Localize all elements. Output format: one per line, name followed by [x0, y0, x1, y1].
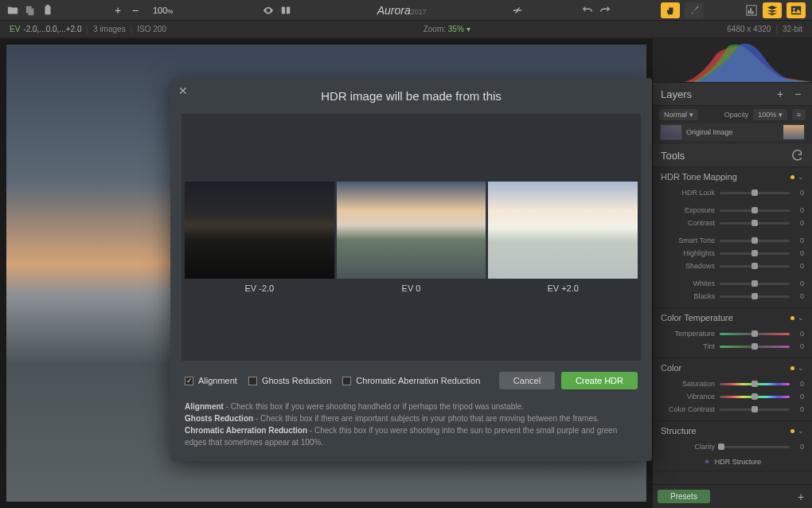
svg-rect-4 [750, 8, 751, 14]
app-title: Aurora2017 [377, 4, 427, 17]
files-icon[interactable] [24, 4, 37, 17]
preview-thumbnail[interactable] [185, 182, 334, 279]
layer-item[interactable]: Original Image [659, 123, 806, 141]
dimensions-info: 6480 x 4320 [727, 25, 771, 33]
layers-header: Layers + − [653, 83, 812, 106]
layers-title: Layers [661, 88, 692, 100]
preview-ev-plus2: EV +2.0 [488, 182, 638, 293]
color-group: Color ⌄ Saturation0 Vibrance0 Color Cont… [653, 358, 812, 421]
layers-toggle-button[interactable] [763, 2, 782, 18]
tools-title: Tools [661, 150, 685, 162]
histogram-toggle-icon[interactable] [745, 4, 758, 17]
ev-values: -2.0,...0.0,...+2.0 [23, 25, 81, 33]
modal-options: ✓Alignment Ghosts Reduction Chromatic Ab… [170, 361, 652, 401]
image-toggle-button[interactable] [787, 2, 806, 18]
chevron-down-icon[interactable]: ⌄ [798, 314, 804, 322]
group-header[interactable]: Color Temperature ⌄ [653, 308, 812, 327]
active-dot-icon [791, 316, 794, 320]
top-toolbar: + − 100% Aurora2017 [0, 0, 812, 21]
chevron-down-icon[interactable]: ⌄ [798, 427, 804, 435]
eye-icon[interactable] [262, 4, 275, 17]
active-dot-icon [791, 175, 794, 179]
structure-group: Structure ⌄ Clarity0 ☀ HDR Structure [653, 421, 812, 471]
group-header[interactable]: HDR Tone Mapping ⌄ [653, 167, 812, 186]
right-sidebar: Layers + − Normal ▾ Opacity 100% ▾ ≡ Ori… [653, 38, 812, 508]
tools-scroll[interactable]: HDR Tone Mapping ⌄ HDR Look0 Exposure0 C… [653, 167, 812, 484]
opacity-label: Opacity [724, 111, 749, 119]
opacity-dropdown[interactable]: 100% ▾ [753, 109, 787, 120]
zoom-level[interactable]: 100% [153, 6, 173, 15]
active-dot-icon [791, 366, 794, 370]
redo-icon[interactable] [599, 4, 611, 17]
svg-rect-0 [282, 6, 285, 14]
presets-button[interactable]: Presets [658, 490, 710, 503]
brush-tool-button[interactable] [685, 2, 704, 18]
slider-temperature[interactable]: Temperature0 [653, 327, 812, 340]
zoom-info[interactable]: Zoom: 35% ▾ [424, 25, 470, 33]
sun-icon: ☀ [704, 458, 710, 466]
presets-bar: Presets + [653, 484, 812, 508]
close-icon[interactable]: ✕ [178, 84, 188, 97]
slider-contrast[interactable]: Contrast0 [653, 217, 812, 229]
group-header[interactable]: Structure ⌄ [653, 421, 812, 440]
ghosts-checkbox[interactable]: Ghosts Reduction [248, 376, 331, 385]
svg-rect-3 [748, 10, 750, 14]
preview-thumbnail[interactable] [337, 182, 486, 279]
svg-rect-5 [752, 10, 754, 14]
layer-thumbnail [661, 125, 681, 139]
plus-icon[interactable]: + [111, 4, 124, 17]
slider-vibrance[interactable]: Vibrance0 [653, 390, 812, 403]
add-layer-icon[interactable]: + [774, 88, 787, 100]
layer-menu-icon[interactable]: ≡ [792, 109, 806, 120]
chromatic-checkbox[interactable]: Chromatic Aberration Reduction [342, 376, 480, 385]
hdr-tone-mapping-group: HDR Tone Mapping ⌄ HDR Look0 Exposure0 C… [653, 167, 812, 308]
chevron-down-icon[interactable]: ⌄ [798, 364, 804, 372]
slider-highlights[interactable]: Highlights0 [653, 247, 812, 260]
minus-icon[interactable]: − [129, 4, 142, 17]
crop-icon[interactable] [511, 4, 524, 17]
hand-tool-button[interactable] [661, 2, 680, 18]
preview-thumbnail[interactable] [488, 182, 638, 279]
refresh-icon[interactable] [791, 149, 804, 162]
layers-body: Normal ▾ Opacity 100% ▾ ≡ Original Image [653, 106, 812, 144]
cancel-button[interactable]: Cancel [499, 372, 555, 389]
image-count: 3 images [93, 25, 126, 33]
slider-tint[interactable]: Tint0 [653, 340, 812, 353]
slider-shadows[interactable]: Shadows0 [653, 260, 812, 272]
group-header[interactable]: Color ⌄ [653, 358, 812, 377]
iso-info: ISO 200 [137, 25, 166, 33]
compare-icon[interactable] [279, 4, 292, 17]
svg-rect-6 [791, 6, 801, 14]
folder-icon[interactable] [6, 4, 19, 17]
active-dot-icon [791, 429, 794, 433]
slider-smart-tone[interactable]: Smart Tone0 [653, 234, 812, 247]
svg-point-7 [793, 7, 795, 10]
slider-clarity[interactable]: Clarity0 [653, 440, 812, 453]
histogram-panel[interactable] [653, 38, 812, 83]
tools-header: Tools [653, 144, 812, 167]
slider-whites[interactable]: Whites0 [653, 277, 812, 290]
modal-help-text: Alignment - Check this box if you were s… [170, 401, 652, 461]
bit-depth-info: 32-bit [783, 25, 802, 33]
blend-mode-dropdown[interactable]: Normal ▾ [659, 109, 698, 120]
slider-hdr-look[interactable]: HDR Look0 [653, 186, 812, 199]
create-hdr-button[interactable]: Create HDR [561, 372, 638, 389]
chevron-down-icon[interactable]: ⌄ [798, 173, 804, 181]
slider-blacks[interactable]: Blacks0 [653, 290, 812, 303]
clipboard-icon[interactable] [41, 4, 54, 17]
remove-layer-icon[interactable]: − [791, 88, 804, 100]
undo-icon[interactable] [581, 4, 594, 17]
svg-rect-1 [287, 6, 290, 14]
modal-title: HDR image will be made from this [170, 78, 652, 114]
ev-label: EV [10, 25, 20, 33]
info-bar: EV -2.0,...0.0,...+2.0 | 3 images | ISO … [0, 21, 812, 38]
add-preset-icon[interactable]: + [794, 490, 807, 503]
hdr-structure-button[interactable]: ☀ HDR Structure [653, 453, 812, 471]
slider-saturation[interactable]: Saturation0 [653, 377, 812, 390]
preview-ev-0: EV 0 [337, 182, 486, 293]
alignment-checkbox[interactable]: ✓Alignment [185, 376, 237, 385]
slider-color-contrast[interactable]: Color Contrast0 [653, 403, 812, 416]
color-temperature-group: Color Temperature ⌄ Temperature0 Tint0 [653, 308, 812, 358]
preview-ev-minus2: EV -2.0 [185, 182, 334, 293]
slider-exposure[interactable]: Exposure0 [653, 204, 812, 217]
